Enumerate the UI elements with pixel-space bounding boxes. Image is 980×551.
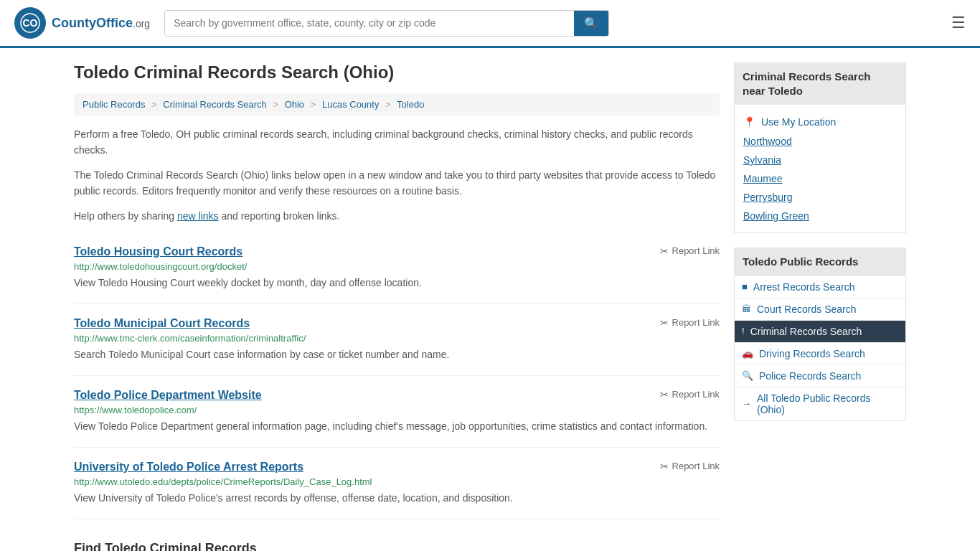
record-card: Toledo Municipal Court Records ✂ Report … bbox=[74, 304, 720, 376]
nearby-cities: NorthwoodSylvaniaMaumeePerrysburgBowling… bbox=[743, 132, 897, 225]
nav-items: ■ Arrest Records Search 🏛 Court Records … bbox=[734, 276, 906, 421]
use-location-label: Use My Location bbox=[761, 116, 836, 128]
breadcrumb-toledo[interactable]: Toledo bbox=[397, 99, 424, 110]
nav-item-5[interactable]: → All Toledo Public Records (Ohio) bbox=[735, 387, 905, 420]
search-input[interactable] bbox=[165, 11, 574, 36]
record-card-header: University of Toledo Police Arrest Repor… bbox=[74, 461, 720, 474]
report-link-2[interactable]: ✂ Report Link bbox=[660, 389, 720, 400]
nav-label-4[interactable]: Police Records Search bbox=[759, 370, 861, 382]
record-title-1[interactable]: Toledo Municipal Court Records bbox=[74, 317, 250, 330]
record-title-0[interactable]: Toledo Housing Court Records bbox=[74, 245, 242, 258]
breadcrumb: Public Records > Criminal Records Search… bbox=[74, 93, 720, 116]
new-links-link[interactable]: new links bbox=[177, 210, 219, 222]
report-link-1[interactable]: ✂ Report Link bbox=[660, 317, 720, 329]
nav-item-3[interactable]: 🚗 Driving Records Search bbox=[735, 343, 905, 365]
record-title-3[interactable]: University of Toledo Police Arrest Repor… bbox=[74, 461, 303, 474]
nav-item-2[interactable]: ! Criminal Records Search bbox=[735, 321, 905, 343]
report-link-0[interactable]: ✂ Report Link bbox=[660, 245, 720, 257]
breadcrumb-public-records[interactable]: Public Records bbox=[83, 99, 145, 110]
content-area: Toledo Criminal Records Search (Ohio) Pu… bbox=[74, 62, 720, 551]
nearby-city-3[interactable]: Perrysburg bbox=[743, 188, 897, 207]
record-desc-3: View University of Toledo Police's arres… bbox=[74, 491, 720, 506]
nav-icon-3: 🚗 bbox=[742, 348, 753, 359]
record-desc-2: View Toledo Police Department general in… bbox=[74, 419, 720, 434]
sidebar: Criminal Records Searchnear Toledo 📍 Use… bbox=[734, 62, 906, 551]
logo-icon: CO bbox=[14, 7, 46, 39]
nav-item-1[interactable]: 🏛 Court Records Search bbox=[735, 298, 905, 321]
record-card: Toledo Police Department Website ✂ Repor… bbox=[74, 376, 720, 448]
report-link-3[interactable]: ✂ Report Link bbox=[660, 461, 720, 472]
nav-icon-0: ■ bbox=[742, 281, 748, 292]
logo-name: CountyOffice bbox=[52, 16, 133, 30]
record-card: Toledo Housing Court Records ✂ Report Li… bbox=[74, 232, 720, 304]
location-pin-icon: 📍 bbox=[743, 116, 755, 128]
nav-label-3[interactable]: Driving Records Search bbox=[759, 348, 865, 359]
search-button[interactable]: 🔍 bbox=[574, 11, 608, 36]
nearby-body: 📍 Use My Location NorthwoodSylvaniaMaume… bbox=[734, 105, 906, 233]
main-container: Toledo Criminal Records Search (Ohio) Pu… bbox=[60, 48, 920, 551]
logo-text: CountyOffice.org bbox=[52, 16, 150, 31]
find-heading: Find Toledo Criminal Records bbox=[74, 534, 720, 551]
breadcrumb-lucas-county[interactable]: Lucas County bbox=[322, 99, 380, 110]
description-1: Perform a free Toledo, OH public crimina… bbox=[74, 126, 720, 159]
nearby-section: Criminal Records Searchnear Toledo 📍 Use… bbox=[734, 62, 906, 233]
nav-label-0[interactable]: Arrest Records Search bbox=[753, 281, 855, 293]
record-card-header: Toledo Police Department Website ✂ Repor… bbox=[74, 389, 720, 402]
svg-text:CO: CO bbox=[23, 17, 38, 29]
record-card-header: Toledo Housing Court Records ✂ Report Li… bbox=[74, 245, 720, 258]
nav-item-4[interactable]: 🔍 Police Records Search bbox=[735, 365, 905, 387]
search-bar: 🔍 bbox=[164, 10, 609, 37]
record-card: University of Toledo Police Arrest Repor… bbox=[74, 448, 720, 519]
nearby-title: Criminal Records Searchnear Toledo bbox=[734, 62, 906, 105]
record-url-2: https://www.toledopolice.com/ bbox=[74, 405, 720, 415]
record-desc-1: Search Toledo Municipal Court case infor… bbox=[74, 347, 720, 362]
use-location-item[interactable]: 📍 Use My Location bbox=[743, 112, 897, 132]
record-url-1: http://www.tmc-clerk.com/caseinformation… bbox=[74, 333, 720, 344]
public-records-title: Toledo Public Records bbox=[734, 248, 906, 276]
nav-icon-1: 🏛 bbox=[742, 303, 751, 314]
logo-area: CO CountyOffice.org bbox=[14, 7, 150, 39]
nearby-city-1[interactable]: Sylvania bbox=[743, 151, 897, 169]
record-card-header: Toledo Municipal Court Records ✂ Report … bbox=[74, 317, 720, 330]
report-link-icon: ✂ bbox=[660, 389, 669, 400]
record-title-2[interactable]: Toledo Police Department Website bbox=[74, 389, 262, 402]
description-2: The Toledo Criminal Records Search (Ohio… bbox=[74, 167, 720, 199]
record-url-0: http://www.toledohousingcourt.org/docket… bbox=[74, 261, 720, 272]
breadcrumb-ohio[interactable]: Ohio bbox=[285, 99, 304, 110]
hamburger-menu-icon[interactable]: ☰ bbox=[951, 14, 966, 32]
page-title: Toledo Criminal Records Search (Ohio) bbox=[74, 62, 720, 83]
breadcrumb-criminal-records-search[interactable]: Criminal Records Search bbox=[163, 99, 267, 110]
nav-icon-2: ! bbox=[742, 326, 745, 336]
description-3: Help others by sharing new links and rep… bbox=[74, 208, 720, 224]
public-records-section: Toledo Public Records ■ Arrest Records S… bbox=[734, 248, 906, 421]
nav-label-2[interactable]: Criminal Records Search bbox=[750, 326, 862, 337]
report-link-icon: ✂ bbox=[660, 317, 669, 329]
nav-item-0[interactable]: ■ Arrest Records Search bbox=[735, 276, 905, 298]
nearby-city-4[interactable]: Bowling Green bbox=[743, 207, 897, 225]
record-desc-0: View Toledo Housing Court weekly docket … bbox=[74, 276, 720, 291]
records-container: Toledo Housing Court Records ✂ Report Li… bbox=[74, 232, 720, 519]
header: CO CountyOffice.org 🔍 ☰ bbox=[0, 0, 980, 48]
nav-icon-5: → bbox=[742, 398, 751, 409]
nav-label-1[interactable]: Court Records Search bbox=[757, 303, 857, 315]
record-url-3: http://www.utoledo.edu/depts/police/Crim… bbox=[74, 476, 720, 487]
logo-suffix: .org bbox=[133, 18, 150, 29]
nearby-city-2[interactable]: Maumee bbox=[743, 169, 897, 188]
nav-label-5[interactable]: All Toledo Public Records (Ohio) bbox=[757, 392, 898, 415]
report-link-icon: ✂ bbox=[660, 461, 669, 472]
nav-icon-4: 🔍 bbox=[742, 370, 753, 381]
nearby-city-0[interactable]: Northwood bbox=[743, 132, 897, 151]
report-link-icon: ✂ bbox=[660, 245, 669, 257]
